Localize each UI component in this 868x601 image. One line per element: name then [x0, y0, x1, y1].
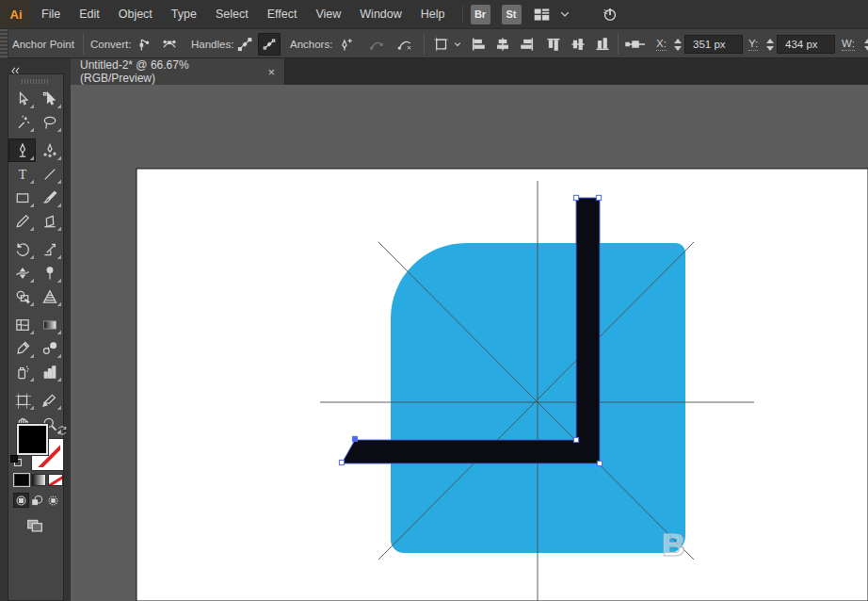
x-stepper[interactable] [674, 39, 682, 51]
convert-label: Convert: [90, 39, 131, 50]
menu-file[interactable]: File [32, 0, 70, 28]
pen-tool[interactable] [8, 138, 36, 162]
eyedropper-tool[interactable] [8, 336, 36, 360]
paint-none-button[interactable] [48, 474, 63, 486]
eraser-tool[interactable] [36, 209, 63, 233]
illustrator-window: Ai FileEditObjectTypeSelectEffectViewWin… [0, 0, 868, 601]
perspective-grid-tool[interactable] [36, 284, 63, 308]
anchor-point-selected[interactable] [352, 436, 357, 441]
selection-tool[interactable] [8, 87, 36, 110]
anchors-label: Anchors: [290, 39, 332, 50]
app-logo: Ai [0, 0, 32, 28]
divider [83, 34, 84, 55]
bridge-button[interactable]: Br [471, 5, 490, 24]
scale-tool[interactable] [36, 237, 63, 261]
draw-inside-button[interactable] [45, 493, 61, 508]
y-input[interactable]: 434 px [777, 35, 835, 54]
anchor-point[interactable] [573, 195, 578, 200]
panel-drag-grip[interactable] [22, 77, 50, 85]
w-stepper[interactable] [864, 39, 868, 51]
watermark-letter: B [662, 527, 685, 562]
rotate-tool[interactable] [8, 237, 36, 261]
default-fill-stroke-icon[interactable] [10, 455, 22, 466]
y-label[interactable]: Y: [748, 38, 758, 51]
anchor-point[interactable] [596, 195, 601, 200]
context-title: Anchor Point [12, 39, 74, 50]
menu-effect[interactable]: Effect [258, 0, 307, 28]
menu-help[interactable]: Help [411, 0, 455, 28]
anchor-point[interactable] [339, 460, 344, 464]
align-vertical-center-button[interactable] [567, 33, 589, 56]
anchor-point[interactable] [597, 461, 602, 465]
curvature-tool[interactable] [36, 138, 63, 162]
stock-button[interactable]: St [502, 5, 522, 24]
paintbrush-tool[interactable] [36, 186, 63, 209]
menu-window[interactable]: Window [350, 0, 410, 28]
draw-behind-button[interactable] [29, 493, 45, 508]
direct-selection-tool[interactable] [36, 87, 63, 110]
menu-view[interactable]: View [306, 0, 350, 28]
menu-bar: Ai FileEditObjectTypeSelectEffectViewWin… [0, 0, 868, 28]
w-label[interactable]: W: [842, 38, 855, 51]
rectangle-tool[interactable] [8, 186, 36, 209]
artboard-view[interactable]: B [71, 85, 868, 601]
blend-tool[interactable] [36, 336, 63, 360]
document-tab-title: Untitled-2* @ 66.67% (RGB/Preview) [80, 58, 256, 85]
show-handles-button[interactable] [233, 33, 256, 56]
y-stepper[interactable] [766, 39, 774, 51]
divider [424, 34, 425, 55]
power-plugin-icon[interactable] [601, 5, 619, 24]
workspace-switcher[interactable] [533, 5, 574, 24]
close-tab-icon[interactable]: × [267, 65, 275, 79]
artboard-tool[interactable] [8, 388, 36, 412]
connect-endpoints-button[interactable] [394, 33, 416, 56]
menu-select[interactable]: Select [206, 0, 258, 28]
shaper-tool[interactable] [8, 209, 36, 233]
canvas-area[interactable]: B [71, 85, 868, 601]
convert-to-smooth-button[interactable] [158, 33, 181, 56]
shape-builder-tool[interactable] [8, 284, 36, 308]
type-tool[interactable]: T [8, 162, 36, 186]
artboard-options-button[interactable] [430, 33, 453, 56]
x-input[interactable]: 351 px [684, 35, 743, 54]
isolate-point-icon [624, 33, 647, 56]
column-graph-tool[interactable] [36, 360, 63, 383]
mesh-tool[interactable] [8, 313, 36, 336]
change-screen-mode-icon[interactable] [25, 515, 44, 534]
paint-color-button[interactable] [14, 474, 29, 486]
convert-to-corner-button[interactable] [132, 33, 154, 56]
align-top-button[interactable] [542, 33, 565, 56]
fill-swatch[interactable] [17, 424, 48, 455]
panel-grip[interactable] [0, 29, 8, 59]
workspace-layout-icon [533, 5, 552, 24]
gradient-tool[interactable] [36, 313, 63, 336]
paint-gradient-button[interactable] [31, 474, 46, 486]
line-segment-tool[interactable] [36, 162, 63, 186]
handles-label: Handles: [191, 39, 233, 50]
align-right-button[interactable] [516, 33, 538, 56]
menu-object[interactable]: Object [109, 0, 162, 28]
puppet-warp-tool[interactable] [36, 261, 63, 284]
align-horizontal-center-button[interactable] [491, 33, 514, 56]
hide-handles-button[interactable] [258, 33, 281, 56]
slice-tool[interactable] [36, 388, 63, 412]
document-tab[interactable]: Untitled-2* @ 66.67% (RGB/Preview) × [71, 58, 285, 85]
menu-type[interactable]: Type [162, 0, 206, 28]
remove-anchor-button[interactable] [365, 33, 388, 56]
anchor-point[interactable] [573, 437, 578, 442]
lasso-tool[interactable] [36, 110, 63, 134]
menu-edit[interactable]: Edit [70, 0, 109, 28]
svg-text:T: T [18, 167, 26, 181]
swap-fill-stroke-icon[interactable] [53, 421, 72, 440]
divider [618, 34, 619, 55]
draw-normal-button[interactable] [13, 493, 29, 508]
width-tool[interactable] [8, 261, 36, 284]
x-label[interactable]: X: [656, 38, 667, 51]
align-bottom-button[interactable] [591, 33, 614, 56]
paint-mode-row [14, 474, 63, 486]
add-anchor-button[interactable] [335, 33, 358, 56]
symbol-sprayer-tool[interactable] [8, 360, 36, 383]
control-bar: Anchor Point Convert: Handles: Anchors: … [0, 28, 868, 58]
align-left-button[interactable] [467, 33, 490, 56]
magic-wand-tool[interactable] [8, 110, 36, 134]
